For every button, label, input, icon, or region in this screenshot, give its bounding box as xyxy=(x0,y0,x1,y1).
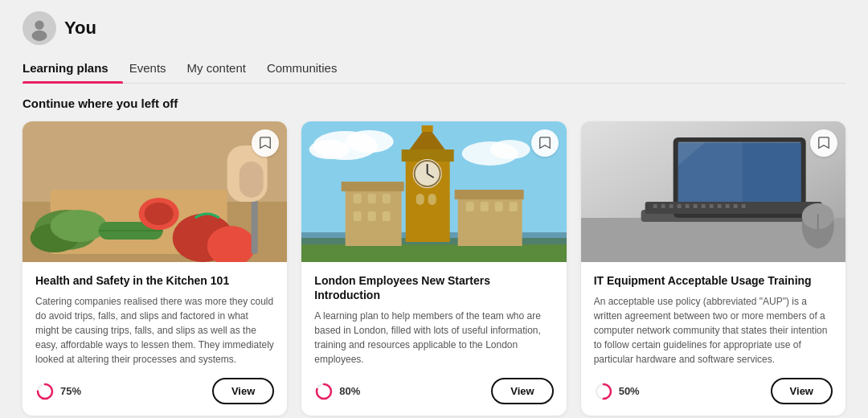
card-title-london: London Employees New Starters Introducti… xyxy=(314,273,553,302)
svg-rect-51 xyxy=(495,202,503,211)
tab-learning-plans[interactable]: Learning plans xyxy=(23,53,123,83)
svg-rect-43 xyxy=(383,194,391,203)
svg-rect-74 xyxy=(725,204,729,208)
svg-rect-48 xyxy=(455,190,524,199)
card-title-kitchen: Health and Safety in the Kitchen 101 xyxy=(35,273,274,288)
svg-rect-50 xyxy=(481,202,489,211)
card-footer-kitchen: 75% View xyxy=(35,378,274,404)
progress-label-laptop: 50% xyxy=(619,385,640,397)
avatar xyxy=(23,11,56,45)
svg-rect-68 xyxy=(677,204,681,208)
bookmark-button-london[interactable] xyxy=(531,129,559,157)
bookmark-icon-kitchen xyxy=(259,137,272,150)
svg-rect-38 xyxy=(428,194,436,205)
svg-rect-69 xyxy=(685,204,689,208)
tab-communities[interactable]: Communities xyxy=(267,53,352,83)
progress-circle-kitchen xyxy=(35,382,55,401)
svg-rect-66 xyxy=(661,204,665,208)
card-desc-kitchen: Catering companies realised there was mo… xyxy=(35,294,274,367)
card-kitchen: Health and Safety in the Kitchen 101 Cat… xyxy=(23,121,287,416)
tab-events[interactable]: Events xyxy=(129,53,181,83)
svg-rect-42 xyxy=(368,194,376,203)
header: You xyxy=(23,0,845,53)
card-footer-laptop: 50% View xyxy=(594,378,833,404)
svg-rect-72 xyxy=(709,204,713,208)
progress-label-london: 80% xyxy=(339,385,360,397)
svg-rect-15 xyxy=(252,194,258,254)
svg-rect-65 xyxy=(653,204,657,208)
card-footer-london: 80% View xyxy=(314,378,553,404)
card-body-london: London Employees New Starters Introducti… xyxy=(301,262,566,416)
section-title: Continue where you left off xyxy=(23,96,845,110)
svg-rect-47 xyxy=(458,194,522,246)
progress-label-kitchen: 75% xyxy=(60,385,81,397)
card-london: London Employees New Starters Introducti… xyxy=(301,121,566,416)
cards-container: Health and Safety in the Kitchen 101 Cat… xyxy=(23,121,845,416)
card-desc-laptop: An acceptable use policy (abbreviated "A… xyxy=(594,294,833,367)
bookmark-icon-laptop xyxy=(817,137,830,150)
svg-point-1 xyxy=(35,21,43,30)
card-image-london xyxy=(301,121,566,262)
card-laptop: IT Equipment Acceptable Usage Training A… xyxy=(581,121,845,416)
card-title-laptop: IT Equipment Acceptable Usage Training xyxy=(594,273,833,288)
card-body-kitchen: Health and Safety in the Kitchen 101 Cat… xyxy=(23,262,287,416)
svg-rect-75 xyxy=(733,204,737,208)
view-button-kitchen[interactable]: View xyxy=(212,378,274,404)
svg-rect-46 xyxy=(383,211,391,221)
card-body-laptop: IT Equipment Acceptable Usage Training A… xyxy=(581,262,845,416)
progress-circle-london xyxy=(314,382,334,401)
svg-rect-73 xyxy=(717,204,721,208)
card-image-wrap-laptop xyxy=(581,121,845,262)
svg-rect-37 xyxy=(416,194,424,205)
svg-rect-40 xyxy=(342,182,404,191)
app-container: You Learning plans Events My content Com… xyxy=(0,0,868,418)
svg-point-26 xyxy=(490,140,530,159)
card-image-laptop xyxy=(581,121,845,262)
svg-rect-18 xyxy=(240,162,264,198)
card-image-wrap-london xyxy=(301,121,566,262)
svg-rect-49 xyxy=(466,202,474,211)
card-image-kitchen xyxy=(23,121,287,262)
progress-wrap-kitchen: 75% xyxy=(35,382,81,401)
svg-point-24 xyxy=(309,140,350,159)
user-name: You xyxy=(64,18,96,39)
bookmark-button-laptop[interactable] xyxy=(810,129,837,157)
view-button-london[interactable]: View xyxy=(491,378,553,404)
svg-rect-67 xyxy=(669,204,673,208)
svg-rect-44 xyxy=(354,211,362,221)
view-button-laptop[interactable]: View xyxy=(771,378,833,404)
svg-rect-70 xyxy=(693,204,697,208)
card-image-wrap-kitchen xyxy=(23,121,287,262)
progress-circle-laptop xyxy=(594,382,613,401)
card-desc-london: A learning plan to help members of the t… xyxy=(314,309,553,367)
progress-wrap-london: 80% xyxy=(314,382,360,401)
svg-point-14 xyxy=(145,203,174,225)
svg-rect-71 xyxy=(701,204,705,208)
bookmark-icon-london xyxy=(538,137,551,150)
svg-rect-36 xyxy=(422,125,433,132)
tab-my-content[interactable]: My content xyxy=(187,53,260,83)
svg-rect-41 xyxy=(354,194,362,203)
svg-rect-45 xyxy=(368,211,376,221)
svg-rect-76 xyxy=(741,204,745,208)
svg-rect-52 xyxy=(510,202,518,211)
svg-point-2 xyxy=(32,31,47,41)
nav-tabs: Learning plans Events My content Communi… xyxy=(23,53,845,84)
progress-wrap-laptop: 50% xyxy=(594,382,640,401)
avatar-icon xyxy=(26,14,53,42)
svg-point-23 xyxy=(346,130,394,153)
svg-point-8 xyxy=(51,210,107,242)
